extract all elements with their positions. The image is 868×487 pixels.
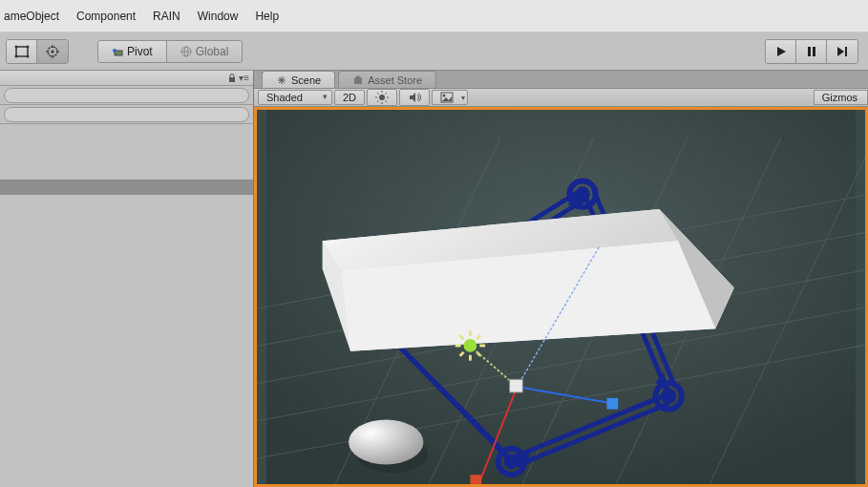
main-area: ▾≡ Scene Asset Store Shaded 2D: [0, 71, 868, 487]
svg-line-35: [386, 93, 388, 95]
pause-button[interactable]: [796, 40, 827, 63]
audio-icon: [408, 91, 421, 104]
svg-line-36: [377, 101, 379, 103]
hierarchy-search-input-2[interactable]: [4, 107, 249, 122]
svg-rect-85: [470, 475, 481, 484]
asset-store-icon: [352, 74, 364, 86]
pause-icon: [805, 45, 818, 58]
global-button[interactable]: Global: [166, 41, 243, 62]
svg-marker-19: [837, 47, 844, 56]
svg-line-34: [386, 101, 388, 103]
pivot-label: Pivot: [127, 45, 153, 58]
svg-point-1: [14, 45, 17, 48]
move-tool-icon: [44, 44, 61, 59]
svg-marker-37: [410, 93, 415, 102]
rect-tool-icon: [14, 45, 30, 58]
play-controls: [765, 39, 858, 64]
svg-point-2: [26, 45, 29, 48]
menu-help[interactable]: Help: [255, 10, 279, 23]
svg-rect-26: [354, 78, 362, 84]
svg-point-3: [14, 54, 17, 57]
scene-area: Scene Asset Store Shaded 2D ▾ Gizmos: [254, 71, 868, 487]
svg-marker-40: [442, 96, 452, 101]
menu-bar: ameObject Component RAIN Window Help: [0, 0, 868, 32]
menu-window[interactable]: Window: [198, 10, 239, 23]
svg-point-28: [379, 95, 385, 100]
shading-dropdown[interactable]: Shaded: [258, 90, 332, 105]
tab-asset-store[interactable]: Asset Store: [338, 71, 436, 88]
svg-rect-21: [229, 77, 235, 82]
handle-mode: Pivot Global: [97, 40, 243, 63]
svg-rect-20: [845, 47, 847, 56]
pivot-icon: [112, 46, 123, 57]
tab-scene-label: Scene: [291, 74, 321, 86]
hierarchy-header: ▾≡: [0, 71, 253, 86]
svg-marker-16: [777, 47, 786, 56]
hierarchy-panel: ▾≡: [0, 71, 254, 487]
pivot-button[interactable]: Pivot: [98, 41, 166, 62]
lock-icon[interactable]: [227, 74, 237, 83]
toggle-lighting[interactable]: [367, 89, 397, 106]
transform-tools: [6, 39, 69, 64]
step-icon: [836, 45, 849, 58]
hierarchy-body[interactable]: [0, 124, 253, 487]
svg-rect-0: [16, 47, 28, 56]
panel-menu-icon[interactable]: ▾≡: [239, 73, 249, 83]
menu-component[interactable]: Component: [76, 10, 136, 23]
scene-toolbar: Shaded 2D ▾ Gizmos: [254, 88, 868, 107]
svg-line-33: [377, 93, 379, 95]
svg-point-4: [26, 54, 29, 57]
global-label: Global: [196, 45, 229, 58]
image-icon: [440, 92, 454, 103]
svg-point-63: [507, 457, 517, 467]
svg-rect-17: [808, 47, 811, 56]
tab-asset-store-label: Asset Store: [368, 74, 422, 86]
svg-marker-27: [354, 75, 362, 78]
toggle-audio[interactable]: [399, 89, 430, 106]
menu-rain[interactable]: RAIN: [153, 10, 180, 23]
hierarchy-search-input[interactable]: [4, 88, 249, 103]
svg-rect-18: [813, 47, 815, 56]
scene-tab-icon: [276, 74, 287, 86]
hierarchy-selected-row[interactable]: [0, 180, 253, 195]
toggle-2d[interactable]: 2D: [334, 90, 365, 105]
toggle-fx[interactable]: ▾: [432, 90, 468, 105]
hierarchy-search-row-2: [0, 105, 253, 124]
svg-point-12: [113, 49, 116, 53]
play-icon: [774, 45, 788, 58]
tool-move[interactable]: [37, 40, 68, 63]
play-button[interactable]: [766, 40, 796, 63]
gizmos-dropdown[interactable]: Gizmos: [814, 90, 868, 105]
cursor-icon: [254, 107, 827, 455]
scene-viewport[interactable]: [254, 107, 868, 487]
hierarchy-search-row: [0, 86, 253, 105]
menu-gameobject[interactable]: ameObject: [4, 10, 59, 23]
svg-point-6: [52, 50, 54, 53]
scene-tabbar: Scene Asset Store: [254, 71, 868, 88]
sun-icon: [375, 91, 389, 104]
tab-scene[interactable]: Scene: [262, 71, 335, 88]
step-button[interactable]: [827, 40, 857, 63]
main-toolbar: Pivot Global: [0, 32, 868, 71]
svg-point-39: [443, 95, 446, 97]
globe-icon: [180, 46, 192, 57]
tool-rect[interactable]: [7, 40, 37, 63]
